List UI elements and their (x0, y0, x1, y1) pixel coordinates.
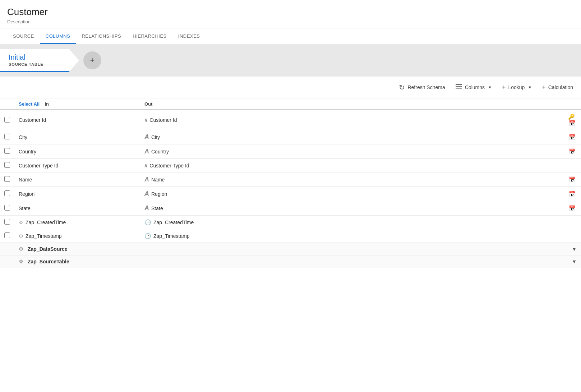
in-name: Customer Type Id (19, 163, 58, 169)
collapsible-row[interactable]: ⚙ Zap_DataSource ▼ (0, 243, 581, 255)
in-name: Name (19, 177, 32, 183)
columns-button[interactable]: Columns ▼ (455, 82, 493, 93)
toolbar: ↻ Refresh Schema Columns ▼ + Lookup ▼ + … (0, 77, 581, 98)
refresh-icon: ↻ (399, 83, 405, 92)
out-cell: A Country (140, 144, 563, 159)
row-checkbox-cell (0, 110, 14, 130)
table-row: State A State 📅 (0, 201, 581, 216)
page-header: Customer Description SOURCE COLUMNS RELA… (0, 0, 581, 44)
gear-icon: ⚙ (19, 233, 23, 239)
text-type-icon: A (144, 190, 149, 198)
out-cell: # Customer Id (140, 110, 563, 130)
row-checkbox-cell (0, 144, 14, 159)
pipeline-item-initial: Initial SOURCE TABLE (0, 44, 79, 77)
row-checkbox[interactable] (4, 219, 10, 225)
select-all-link[interactable]: Select All (19, 101, 40, 107)
collapsible-check-cell (0, 243, 14, 255)
in-cell: Customer Type Id (14, 159, 140, 172)
collapsible-row[interactable]: ⚙ Zap_SourceTable ▼ (0, 255, 581, 268)
out-name: Region (151, 191, 167, 197)
in-name: Customer Id (19, 117, 46, 123)
key-icon: 🔑 (568, 114, 575, 120)
table-icon[interactable]: 📅 (569, 120, 576, 126)
lookup-button[interactable]: + Lookup ▼ (501, 82, 532, 93)
in-cell: City (14, 130, 140, 144)
out-cell: 🕑 Zap_CreatedTime (140, 216, 563, 229)
out-name: Customer Id (149, 117, 177, 123)
in-name: Country (19, 149, 36, 155)
text-type-icon: A (144, 133, 149, 141)
tab-columns[interactable]: COLUMNS (40, 28, 76, 44)
table-icon[interactable]: 📅 (569, 176, 576, 183)
gear-icon: ⚙ (19, 220, 23, 225)
action-cell (563, 229, 581, 243)
out-name: City (151, 134, 160, 140)
in-name: State (19, 206, 31, 211)
chevron-down-icon: ▼ (572, 259, 577, 264)
row-checkbox[interactable] (4, 134, 10, 139)
row-checkbox[interactable] (4, 205, 10, 211)
action-cell: 📅 (563, 172, 581, 187)
table-icon[interactable]: 📅 (569, 148, 576, 155)
col-header-out: Out (140, 98, 563, 110)
in-cell: Region (14, 187, 140, 201)
table-icon[interactable]: 📅 (569, 191, 576, 197)
add-step-button[interactable]: + (83, 51, 101, 69)
table-row: City A City 📅 (0, 130, 581, 144)
in-name: Region (19, 191, 34, 197)
gear-icon: ⚙ (19, 259, 23, 264)
pipeline-step[interactable]: Initial SOURCE TABLE (0, 49, 79, 72)
plus-lookup-icon: + (502, 84, 506, 91)
tab-indexes[interactable]: INDEXES (172, 28, 206, 44)
text-type-icon: A (144, 204, 149, 212)
action-cell: 📅 (563, 130, 581, 144)
out-cell: 🕑 Zap_Timestamp (140, 229, 563, 243)
clock-icon: 🕑 (144, 219, 151, 226)
collapsible-label: Zap_DataSource (28, 246, 67, 252)
row-checkbox[interactable] (4, 148, 10, 154)
table-row: ⚙ Zap_CreatedTime 🕑 Zap_CreatedTime (0, 216, 581, 229)
col-header-select-all: Select All In (14, 98, 140, 110)
lookup-chevron-icon: ▼ (528, 85, 532, 89)
svg-rect-0 (456, 84, 462, 85)
tab-hierarchies[interactable]: HIERARCHIES (127, 28, 172, 44)
in-cell: Customer Id (14, 110, 140, 130)
table-icon[interactable]: 📅 (569, 205, 576, 211)
row-checkbox[interactable] (4, 162, 10, 168)
action-cell: 🔑📅 (563, 110, 581, 130)
refresh-schema-button[interactable]: ↻ Refresh Schema (398, 82, 446, 93)
row-checkbox-cell (0, 159, 14, 172)
nav-tabs: SOURCE COLUMNS RELATIONSHIPS HIERARCHIES… (0, 28, 581, 44)
in-cell: State (14, 201, 140, 216)
row-checkbox[interactable] (4, 176, 10, 182)
row-checkbox-cell (0, 201, 14, 216)
in-name: Zap_CreatedTime (26, 220, 66, 225)
out-name: Zap_Timestamp (153, 233, 190, 239)
table-icon[interactable]: 📅 (569, 134, 576, 140)
svg-rect-2 (456, 88, 462, 89)
out-cell: A City (140, 130, 563, 144)
table-row: Customer Id # Customer Id 🔑📅 (0, 110, 581, 130)
text-type-icon: A (144, 148, 149, 155)
row-checkbox-cell (0, 229, 14, 243)
tab-relationships[interactable]: RELATIONSHIPS (76, 28, 127, 44)
row-checkbox-cell (0, 172, 14, 187)
collapsible-label: Zap_SourceTable (28, 259, 69, 264)
table-row: Country A Country 📅 (0, 144, 581, 159)
row-checkbox[interactable] (4, 117, 10, 123)
in-cell: ⚙ Zap_Timestamp (14, 229, 140, 243)
table-row: Name A Name 📅 (0, 172, 581, 187)
action-cell (563, 159, 581, 172)
lookup-label: Lookup (508, 84, 525, 90)
action-cell: 📅 (563, 144, 581, 159)
step-label: Initial (9, 53, 26, 61)
calculation-button[interactable]: + Calculation (541, 82, 574, 93)
row-checkbox-cell (0, 216, 14, 229)
gear-icon: ⚙ (19, 246, 23, 252)
row-checkbox[interactable] (4, 232, 10, 238)
tab-source[interactable]: SOURCE (7, 28, 40, 44)
chevron-down-icon: ▼ (572, 246, 577, 252)
row-checkbox[interactable] (4, 190, 10, 196)
row-checkbox-cell (0, 130, 14, 144)
col-header-in-label: In (45, 101, 49, 107)
